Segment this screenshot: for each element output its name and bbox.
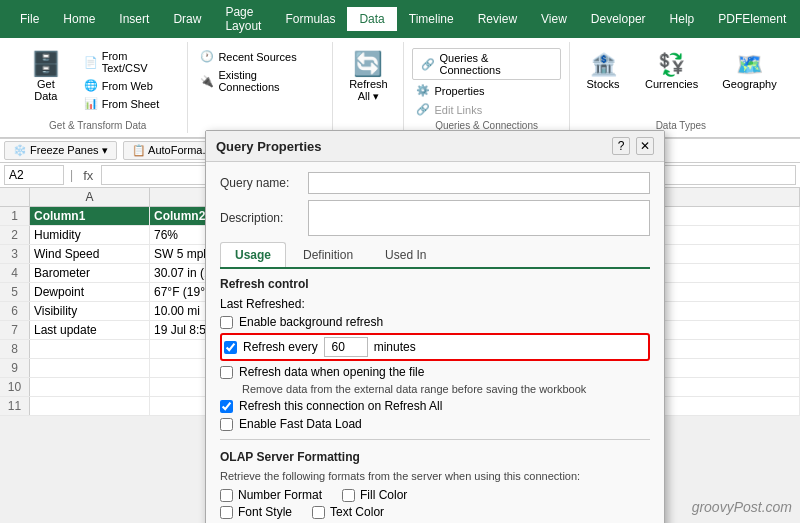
refresh-on-all-label: Refresh this connection on Refresh All: [239, 399, 442, 413]
refresh-on-open-row: Refresh data when opening the file: [220, 365, 650, 379]
enable-fast-load-label: Enable Fast Data Load: [239, 417, 362, 431]
text-color-label: Text Color: [330, 505, 384, 519]
refresh-every-row: Refresh every minutes: [220, 333, 650, 361]
font-style-checkbox[interactable]: [220, 506, 233, 519]
font-style-label: Font Style: [238, 505, 292, 519]
refresh-every-label: Refresh every: [243, 340, 318, 354]
number-format-label: Number Format: [238, 488, 322, 502]
refresh-every-input[interactable]: [324, 337, 368, 357]
refresh-on-open-label: Refresh data when opening the file: [239, 365, 424, 379]
dialog-controls: ? ✕: [612, 137, 654, 155]
query-name-row: Query name:: [220, 172, 650, 194]
olap-title: OLAP Server Formatting: [220, 450, 650, 464]
tab-used-in[interactable]: Used In: [370, 242, 441, 267]
description-row: Description:: [220, 200, 650, 236]
tab-definition[interactable]: Definition: [288, 242, 368, 267]
query-name-label: Query name:: [220, 176, 300, 190]
dialog-close-button[interactable]: ✕: [636, 137, 654, 155]
fill-color-item: Fill Color: [342, 488, 407, 502]
refresh-control-title: Refresh control: [220, 277, 650, 291]
enable-bg-refresh-label: Enable background refresh: [239, 315, 383, 329]
usage-tab-content: Refresh control Last Refreshed: Enable b…: [220, 277, 650, 523]
refresh-on-open-checkbox[interactable]: [220, 366, 233, 379]
description-input[interactable]: [308, 200, 650, 236]
dialog-title-bar: Query Properties ? ✕: [206, 131, 664, 162]
dialog-body: Query name: Description: Usage Definitio…: [206, 162, 664, 523]
refresh-on-all-checkbox[interactable]: [220, 400, 233, 413]
olap-checks: Number Format Fill Color Font Style: [220, 488, 650, 519]
last-refreshed-label: Last Refreshed:: [220, 297, 305, 311]
dialog-title: Query Properties: [216, 139, 322, 154]
olap-divider: [220, 439, 650, 440]
text-color-item: Text Color: [312, 505, 384, 519]
text-color-checkbox[interactable]: [312, 506, 325, 519]
olap-check-row-1: Number Format Fill Color: [220, 488, 650, 502]
refresh-every-checkbox[interactable]: [224, 341, 237, 354]
refresh-every-unit: minutes: [374, 340, 416, 354]
olap-section: OLAP Server Formatting Retrieve the foll…: [220, 450, 650, 519]
number-format-item: Number Format: [220, 488, 322, 502]
enable-fast-load-checkbox[interactable]: [220, 418, 233, 431]
query-name-input[interactable]: [308, 172, 650, 194]
number-format-checkbox[interactable]: [220, 489, 233, 502]
enable-bg-refresh-row: Enable background refresh: [220, 315, 650, 329]
dialog-help-button[interactable]: ?: [612, 137, 630, 155]
remove-data-row: Remove data from the external data range…: [220, 383, 650, 395]
enable-bg-refresh-checkbox[interactable]: [220, 316, 233, 329]
refresh-on-all-row: Refresh this connection on Refresh All: [220, 399, 650, 413]
font-style-item: Font Style: [220, 505, 292, 519]
fill-color-label: Fill Color: [360, 488, 407, 502]
olap-desc: Retrieve the following formats from the …: [220, 470, 650, 482]
olap-check-row-2: Font Style Text Color: [220, 505, 650, 519]
dialog-tabs-bar: Usage Definition Used In: [220, 242, 650, 269]
last-refreshed-row: Last Refreshed:: [220, 297, 650, 311]
query-properties-dialog: Query Properties ? ✕ Query name: Descrip…: [205, 130, 665, 523]
remove-data-label: Remove data from the external data range…: [242, 383, 586, 395]
enable-fast-load-row: Enable Fast Data Load: [220, 417, 650, 431]
fill-color-checkbox[interactable]: [342, 489, 355, 502]
tab-usage[interactable]: Usage: [220, 242, 286, 267]
dialog-overlay: Query Properties ? ✕ Query name: Descrip…: [0, 0, 800, 523]
description-label: Description:: [220, 211, 300, 225]
